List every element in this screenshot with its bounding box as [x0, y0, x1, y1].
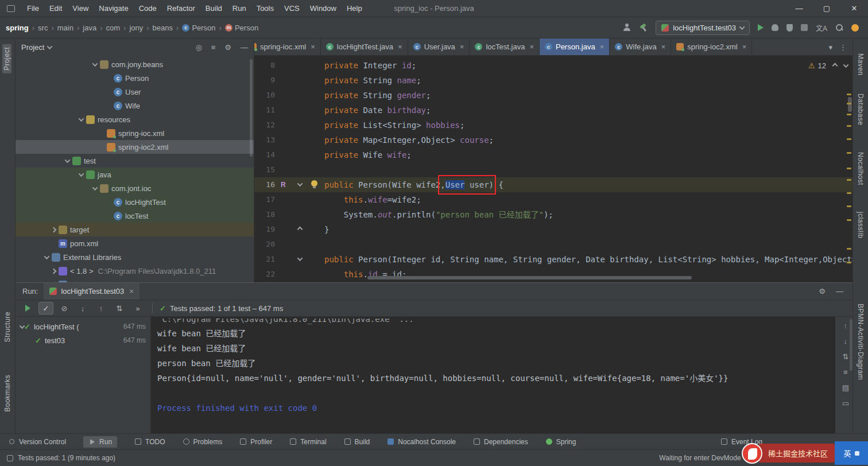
clear-console-icon[interactable]: ▭	[842, 399, 849, 407]
intention-bulb-icon[interactable]	[311, 180, 317, 187]
breadcrumb-item-java-3[interactable]: java	[83, 24, 96, 32]
breadcrumb-item-person-8[interactable]: mPerson	[225, 24, 258, 32]
collapse-all-button[interactable]: ≡	[211, 43, 216, 52]
print-icon[interactable]: ▤	[842, 383, 849, 392]
tool-window-button-run[interactable]: Run	[83, 436, 117, 448]
tree-item-1-8[interactable]: < 1.8 >C:\Program Files\Java\jdk1.8.0_21…	[16, 264, 254, 278]
chevron-down-icon[interactable]	[78, 171, 84, 177]
tree-item-loctest[interactable]: clocTest	[16, 209, 254, 223]
tool-window-button-problems[interactable]: Problems	[183, 438, 223, 446]
editor-tab-user-java[interactable]: cUser.java×	[408, 38, 470, 55]
editor-tab-lochighttest-java[interactable]: clocHightTest.java×	[321, 38, 408, 55]
tool-stripe-bookmarks[interactable]: Bookmarks	[3, 375, 11, 412]
tree-item-com-jont-ioc[interactable]: com.jont.ioc	[16, 181, 254, 195]
chevron-down-icon[interactable]	[92, 185, 98, 191]
tree-item-spring-ioc-xml[interactable]: spring-ioc.xml	[16, 126, 254, 140]
locate-file-button[interactable]: ◎	[195, 43, 202, 52]
menu-edit[interactable]: Edit	[44, 2, 67, 15]
run-configuration-select[interactable]: locHightTest.test03	[656, 21, 750, 35]
tool-window-button-nocalhost-console[interactable]: Nocalhost Console	[387, 438, 456, 446]
status-message[interactable]: Tests passed: 1 (9 minutes ago)	[18, 454, 115, 462]
chevron-down-icon[interactable]	[47, 44, 53, 49]
scroll-up-icon[interactable]: ↑	[844, 321, 848, 330]
editor-tab-loctest-java[interactable]: clocTest.java×	[470, 38, 540, 55]
test-tree-item-lochighttest[interactable]: ✓locHightTest (647 ms	[16, 320, 150, 333]
tree-item-user[interactable]: cUser	[16, 85, 254, 99]
background-tasks-icon[interactable]	[7, 455, 13, 461]
tree-item-wife[interactable]: cWife	[16, 99, 254, 112]
tool-stripe-maven[interactable]: Maven	[857, 53, 865, 76]
tree-item-java[interactable]: java	[16, 168, 254, 181]
editor-tab-person-java[interactable]: cPerson.java×	[540, 38, 610, 55]
sort-by-duration-button[interactable]: ↑	[94, 302, 108, 314]
fold-region-icon[interactable]	[297, 255, 303, 261]
tool-stripe-jclasslib[interactable]: jclasslib	[857, 212, 865, 239]
menu-help[interactable]: Help	[342, 2, 367, 15]
tool-stripe-structure[interactable]: Structure	[3, 312, 11, 342]
run-tab-close-icon[interactable]: ×	[129, 287, 134, 296]
tool-window-button-spring[interactable]: Spring	[545, 438, 576, 446]
show-ignored-button[interactable]: ⊘	[57, 302, 72, 314]
hide-panel-button[interactable]: —	[241, 43, 248, 52]
chevron-down-icon[interactable]	[92, 61, 98, 67]
menu-refactor[interactable]: Refactor	[162, 2, 200, 15]
run-console[interactable]: "C:\Program Files\Java\jdk1.8.0_211\bin\…	[150, 317, 835, 434]
menu-code[interactable]: Code	[134, 2, 162, 15]
close-button[interactable]: ✕	[840, 0, 868, 17]
devmode-status[interactable]: Waiting for enter DevMode	[659, 454, 741, 462]
sort-alphabetically-button[interactable]: ↓	[75, 302, 90, 314]
search-everywhere-icon[interactable]	[835, 24, 843, 32]
inspection-widget[interactable]: ⚠ 12	[808, 61, 826, 70]
fold-region-icon[interactable]	[297, 181, 303, 187]
tool-window-button-todo[interactable]: TODO	[134, 438, 165, 446]
previous-warning-icon[interactable]	[832, 63, 838, 69]
run-button[interactable]	[758, 24, 764, 31]
hidden-tabs-dropdown-icon[interactable]: ▾	[828, 43, 832, 52]
fold-end-icon[interactable]	[297, 227, 303, 232]
tool-window-button-version-control[interactable]: Version Control	[8, 438, 66, 446]
tab-close-icon[interactable]: ×	[398, 42, 402, 51]
tool-stripe-nocalhost[interactable]: Nocalhost	[857, 152, 865, 185]
build-hammer-icon[interactable]	[640, 24, 648, 32]
tree-item-lochighttest[interactable]: clocHightTest	[16, 195, 254, 209]
settings-button[interactable]: ⚙	[224, 43, 231, 52]
user-profile-icon[interactable]	[622, 23, 631, 32]
soft-wrap-icon[interactable]: ⇅	[842, 352, 848, 361]
breadcrumb-item-spring-0[interactable]: spring	[6, 24, 29, 32]
breadcrumb-item-beans-6[interactable]: beans	[153, 24, 173, 32]
menu-vcs[interactable]: VCS	[279, 2, 305, 15]
breadcrumb-item-com-4[interactable]: com	[106, 24, 121, 32]
tool-stripe-project[interactable]: Project	[2, 44, 11, 73]
chevron-down-icon[interactable]	[78, 116, 84, 122]
refactor-gutter-icon[interactable]: R	[281, 177, 286, 192]
editor-tab-wife-java[interactable]: cWife.java×	[610, 38, 671, 55]
project-panel-title[interactable]: Project	[21, 43, 44, 52]
chevron-down-icon[interactable]	[64, 157, 70, 163]
tab-close-icon[interactable]: ×	[529, 42, 534, 51]
coverage-button[interactable]	[786, 24, 793, 32]
chevron-right-icon[interactable]	[51, 268, 56, 274]
menu-window[interactable]: Window	[305, 2, 342, 15]
maximize-button[interactable]: ▢	[813, 0, 840, 17]
breadcrumb-item-main-2[interactable]: main	[57, 24, 73, 32]
tab-close-icon[interactable]: ×	[742, 42, 747, 51]
tab-close-icon[interactable]: ×	[661, 42, 666, 51]
tree-item-maven-junit-junit-4-13-2[interactable]: Maven: junit:junit:4.13.2	[16, 278, 254, 282]
menu-tools[interactable]: Tools	[251, 2, 279, 15]
minimize-button[interactable]: —	[785, 0, 813, 17]
expand-all-button[interactable]: ⇅	[112, 302, 127, 314]
tab-close-icon[interactable]: ×	[311, 42, 315, 51]
tab-close-icon[interactable]: ×	[460, 42, 464, 51]
tool-window-button-terminal[interactable]: Terminal	[289, 438, 326, 446]
chevron-down-icon[interactable]	[44, 254, 49, 259]
stop-button[interactable]	[801, 24, 808, 31]
menu-file[interactable]: File	[22, 2, 44, 15]
tree-item-external-libraries[interactable]: External Libraries	[16, 250, 254, 264]
menu-run[interactable]: Run	[227, 2, 251, 15]
tool-stripe-database[interactable]: Database	[857, 94, 865, 125]
chevron-right-icon[interactable]	[51, 227, 56, 232]
tool-window-button-build[interactable]: Build	[344, 438, 370, 446]
editor-tab-spring-ioc2-xml[interactable]: spring-ioc2.xml×	[671, 38, 752, 55]
notifications-icon[interactable]	[851, 24, 859, 32]
project-tree-scrollbar[interactable]	[250, 59, 253, 157]
